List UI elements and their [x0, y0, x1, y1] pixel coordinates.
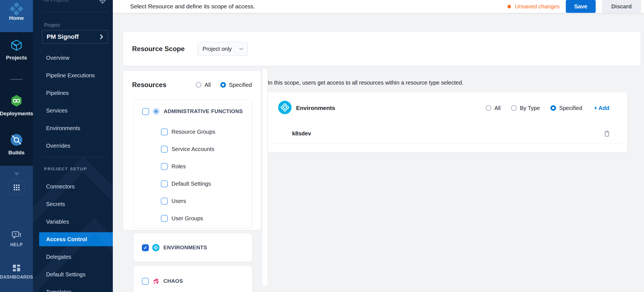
unsaved-changes-label: Unsaved changes	[515, 3, 560, 10]
content-area: Resource Scope Project only Resources	[113, 13, 644, 292]
environment-item-row: k8sdev	[272, 124, 623, 143]
radio-icon	[486, 105, 491, 111]
sidebar-item-variables[interactable]: Variables	[33, 213, 113, 231]
resource-type-label: Default Settings	[171, 181, 211, 187]
app-root: Home Projects Deployments Builds ? HELP …	[0, 0, 644, 292]
page-title: Select Resource and define its scope of …	[130, 3, 255, 10]
sidebar-item-services[interactable]: Services	[33, 102, 113, 119]
environments-group: ENVIRONMENTS	[133, 233, 252, 262]
radio-label: Specified	[559, 105, 582, 111]
page-header: Select Resource and define its scope of …	[113, 0, 644, 13]
rail-divider	[10, 79, 23, 80]
delete-environment-button[interactable]	[603, 130, 610, 137]
environment-item-name: k8sdev	[292, 130, 311, 137]
help-chat-icon: ?	[12, 231, 21, 240]
resources-radio-group: All Specified	[196, 82, 252, 88]
default-settings-checkbox[interactable]	[161, 180, 168, 187]
all-projects-label[interactable]: All Projects	[44, 0, 69, 3]
resource-type-row: Users	[134, 192, 252, 210]
rail-item-projects[interactable]: Projects	[0, 39, 33, 61]
resources-header: Resources All Specified	[123, 78, 261, 92]
rail-item-label: HELP	[10, 242, 23, 247]
resource-type-row: Resource Groups	[134, 123, 252, 140]
builds-icon	[10, 133, 23, 146]
radio-icon	[511, 105, 517, 111]
sidebar-item-overview[interactable]: Overview	[33, 49, 113, 67]
save-button[interactable]: Save	[566, 0, 596, 13]
service-accounts-checkbox[interactable]	[161, 146, 168, 153]
chaos-icon	[152, 277, 159, 285]
sidebar-item-pipelines[interactable]: Pipelines	[33, 84, 113, 102]
project-label: Project	[44, 22, 60, 28]
rail-item-home[interactable]: Home	[0, 0, 33, 32]
unsaved-dot-icon	[507, 5, 511, 8]
radio-env-specified[interactable]: Specified	[550, 105, 582, 111]
resource-type-label: Resource Groups	[171, 129, 215, 135]
resource-type-row: User Groups	[134, 210, 252, 227]
radio-env-all[interactable]: All	[486, 105, 500, 111]
radio-label: Specified	[229, 82, 252, 88]
chaos-group: CHAOS	[133, 266, 252, 292]
sidebar-item-overrides[interactable]: Overrides	[33, 137, 113, 155]
chaos-checkbox[interactable]	[142, 278, 149, 285]
sidebar-setup-nav: Connectors Secrets Variables Access Cont…	[33, 178, 113, 292]
sidebar-divider	[42, 157, 108, 157]
discard-button[interactable]: Discard	[602, 0, 641, 13]
group-header-row: ADMINISTRATIVE FUNCTIONS	[134, 100, 252, 123]
radio-env-by-type[interactable]: By Type	[511, 105, 540, 111]
sidebar-item-access-control[interactable]: Access Control	[39, 232, 113, 246]
sidebar-item-templates[interactable]: Templates	[33, 283, 113, 292]
svg-text:?: ?	[15, 232, 17, 236]
environments-resource-card: Environments All By Type	[268, 92, 627, 152]
sidebar-item-delegates[interactable]: Delegates	[33, 248, 113, 266]
radio-label: By Type	[520, 105, 540, 111]
resource-scope-select[interactable]: Project only	[197, 42, 248, 56]
resources-scrollbar[interactable]	[263, 69, 267, 286]
sidebar-item-secrets[interactable]: Secrets	[33, 195, 113, 213]
resource-types-column: Resources All Specified	[123, 71, 262, 292]
resource-type-label: Users	[171, 198, 186, 204]
rail-item-builds[interactable]: Builds	[0, 133, 33, 156]
project-setup-heading: PROJECT SETUP	[44, 166, 87, 171]
diamond-icon[interactable]	[99, 0, 106, 5]
resources-title: Resources	[132, 81, 166, 89]
rail-item-label: Deployments	[0, 111, 33, 117]
administrative-functions-checkbox[interactable]	[142, 108, 149, 115]
sidebar-nav: Overview Pipeline Executions Pipelines S…	[33, 49, 113, 155]
rail-item-dashboards[interactable]: DASHBOARDS	[0, 264, 33, 280]
sidebar-item-connectors[interactable]: Connectors	[33, 178, 113, 195]
resource-groups-checkbox[interactable]	[161, 128, 168, 135]
rail-collapse-chevron-icon[interactable]	[14, 173, 20, 176]
dashboards-icon	[12, 264, 21, 272]
users-checkbox[interactable]	[161, 198, 168, 205]
resource-type-label: Roles	[171, 163, 186, 170]
radio-label: All	[494, 105, 500, 111]
group-label: ADMINISTRATIVE FUNCTIONS	[164, 108, 243, 114]
rail-item-deployments[interactable]: Deployments	[0, 94, 33, 117]
radio-specified[interactable]: Specified	[220, 82, 252, 88]
radio-icon	[196, 82, 201, 88]
environments-icon	[152, 244, 159, 251]
group-label: CHAOS	[163, 278, 183, 284]
resource-type-label: Service Accounts	[171, 146, 214, 152]
radio-label: All	[204, 82, 211, 88]
resource-type-row: Roles	[134, 158, 252, 175]
cube-icon	[10, 39, 23, 51]
rail-item-help[interactable]: ? HELP	[0, 231, 33, 247]
environments-checkbox[interactable]	[142, 244, 149, 251]
sidebar-item-default-settings[interactable]: Default Settings	[33, 266, 113, 283]
add-environment-button[interactable]: + Add	[594, 105, 609, 111]
module-picker-button[interactable]	[9, 180, 24, 195]
sidebar-item-environments[interactable]: Environments	[33, 119, 113, 137]
roles-checkbox[interactable]	[161, 163, 168, 170]
rail-item-label: DASHBOARDS	[0, 275, 33, 280]
scope-description: In this scope, users get access to all r…	[268, 80, 627, 86]
scope-details-column: In this scope, users get access to all r…	[268, 71, 627, 152]
radio-icon	[550, 105, 556, 111]
sidebar-item-pipeline-executions[interactable]: Pipeline Executions	[33, 67, 113, 84]
resource-scope-value: Project only	[202, 46, 239, 52]
radio-all[interactable]: All	[196, 82, 211, 88]
header-actions: Unsaved changes Save Discard	[507, 0, 641, 13]
user-groups-checkbox[interactable]	[161, 215, 168, 222]
project-selector[interactable]: PM Signoff	[42, 30, 108, 44]
